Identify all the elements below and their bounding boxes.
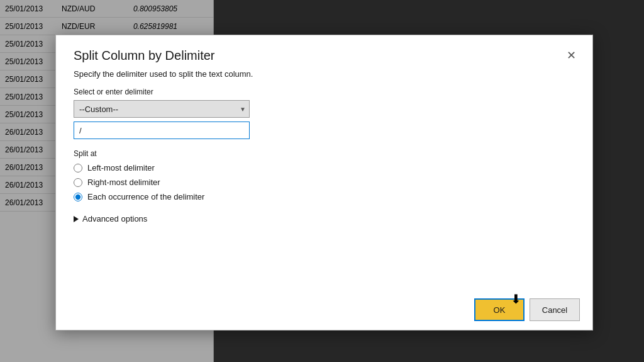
radio-right-most-input[interactable] [74, 178, 82, 187]
advanced-options-label: Advanced options [82, 214, 147, 223]
delimiter-select[interactable]: --Custom-- Colon Comma Equals Sign Semic… [74, 100, 250, 118]
radio-right-most[interactable]: Right-most delimiter [74, 178, 575, 187]
dialog-header: Split Column by Delimiter ✕ [56, 35, 592, 69]
radio-each-occurrence[interactable]: Each occurrence of the delimiter [74, 192, 575, 201]
split-at-label: Split at [74, 149, 575, 158]
radio-each-occurrence-label: Each occurrence of the delimiter [87, 192, 204, 201]
cancel-button[interactable]: Cancel [530, 298, 580, 321]
ok-button[interactable]: OK [474, 298, 525, 321]
radio-left-most-input[interactable] [74, 164, 82, 173]
delimiter-input[interactable] [74, 122, 250, 139]
dialog-footer: OK Cancel [56, 290, 592, 330]
delimiter-select-wrapper: --Custom-- Colon Comma Equals Sign Semic… [74, 100, 250, 118]
dialog-body: Select or enter delimiter --Custom-- Col… [56, 88, 592, 290]
radio-right-most-label: Right-most delimiter [87, 178, 160, 187]
dialog-subtitle: Specify the delimiter used to split the … [56, 69, 592, 88]
triangle-icon [74, 216, 79, 222]
split-column-dialog: Split Column by Delimiter ✕ Specify the … [55, 35, 593, 331]
radio-left-most-label: Left-most delimiter [87, 163, 155, 173]
dialog-title: Split Column by Delimiter [74, 48, 215, 63]
split-at-radio-group: Left-most delimiter Right-most delimiter… [74, 163, 575, 201]
advanced-options-toggle[interactable]: Advanced options [74, 214, 147, 223]
radio-each-occurrence-input[interactable] [74, 193, 82, 201]
radio-left-most[interactable]: Left-most delimiter [74, 163, 575, 173]
close-button[interactable]: ✕ [562, 47, 580, 64]
field-label: Select or enter delimiter [74, 88, 575, 96]
